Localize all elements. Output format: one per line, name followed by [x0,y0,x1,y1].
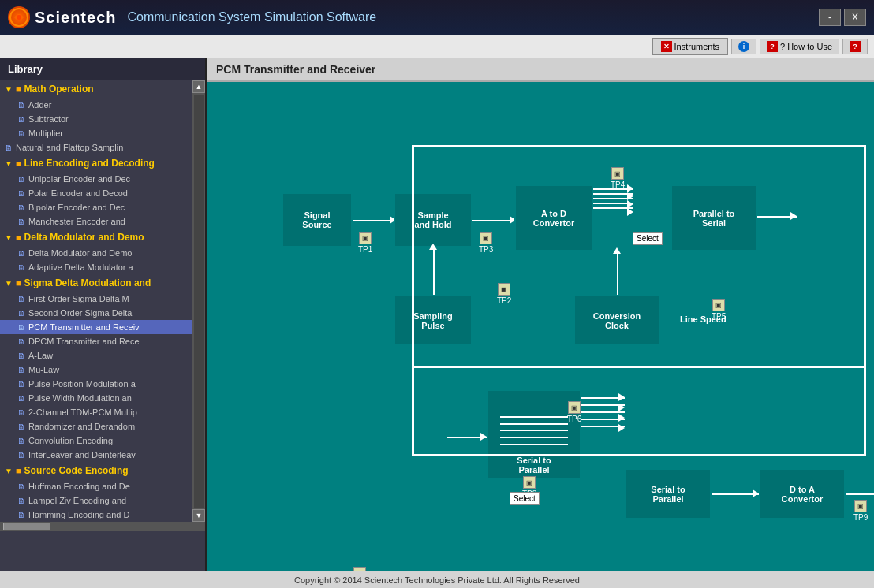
arrowhead-12 [618,424,625,432]
logo: Scientech Communication System Simulatio… [8,6,376,28]
sidebar-item-randomizer[interactable]: 🗎 Randomizer and Derandom [0,419,192,434]
sidebar-item-pcm[interactable]: 🗎 PCM Transmitter and Receiv [0,320,192,334]
sidebar-item-multiplier[interactable]: 🗎 Multiplier [0,126,192,140]
sidebar: Library ▲ ▼ ▼ ■ Math Operation 🗎 Adder [0,58,207,571]
sidebar-item-dpcm[interactable]: 🗎 DPCM Transmitter and Rece [0,334,192,348]
sidebar-item-alaw[interactable]: 🗎 A-Law [0,348,192,363]
select-bottom[interactable]: Select [510,492,540,505]
sidebar-item-mulaw[interactable]: 🗎 Mu-Law [0,363,192,377]
brand-name: Scientech [35,9,116,27]
folder-icon: ■ [16,278,21,288]
sidebar-item-natural-flattop[interactable]: 🗎 Natural and Flattop Samplin [0,140,192,154]
scrollbar-thumb[interactable] [3,523,50,530]
sidebar-item-ppm[interactable]: 🗎 Pulse Position Modulation a [0,377,192,391]
file-icon: 🗎 [17,408,25,417]
sidebar-item-delta-mod[interactable]: 🗎 Delta Modulator and Demo [0,246,192,260]
app-title: Communication System Simulation Software [127,10,376,24]
file-icon: 🗎 [17,366,25,374]
sidebar-item-manchester[interactable]: 🗎 Manchester Encoder and [0,214,192,229]
sidebar-item-hamming[interactable]: 🗎 Hamming Encoding and D [0,508,192,522]
file-icon: 🗎 [17,263,25,272]
category-source-code[interactable]: ▼ ■ Source Code Encoding [0,462,192,479]
sidebar-item-huffman[interactable]: 🗎 Huffman Encoding and De [0,479,192,493]
sidebar-horizontal-scrollbar[interactable] [0,522,205,531]
sidebar-item-first-order-sigma[interactable]: 🗎 First Order Sigma Delta M [0,292,192,306]
tp3-marker: ▣ TP3 [479,232,493,254]
parallel-serial-block[interactable]: Parallel to Serial [670,184,757,251]
sidebar-item-subtractor[interactable]: 🗎 Subtractor [0,112,192,126]
file-icon: 🗎 [17,203,25,212]
close-button[interactable]: X [844,9,866,26]
file-icon: 🗎 [17,352,25,360]
app-logo-icon [8,6,30,28]
sidebar-item-unipolar[interactable]: 🗎 Unipolar Encoder and Dec [0,172,192,186]
statusbar: Copyright © 2014 Scientech Technologies … [0,571,874,588]
arrowhead-13 [753,489,759,497]
file-icon: 🗎 [5,143,13,152]
minimize-button[interactable]: - [819,9,841,26]
sidebar-item-convolution[interactable]: 🗎 Convolution Encoding [0,434,192,448]
folder-icon: ■ [16,158,21,168]
help-button[interactable]: ? [842,39,868,54]
sidebar-scroll-up[interactable]: ▲ [192,80,205,93]
category-delta-modulator[interactable]: ▼ ■ Delta Modulator and Demo [0,229,192,246]
sidebar-item-adaptive-delta[interactable]: 🗎 Adaptive Delta Modulator a [0,260,192,274]
conversion-clock-top-block[interactable]: Conversion Clock [573,295,660,346]
sidebar-item-adder[interactable]: 🗎 Adder [0,98,192,112]
help-icon: ? [850,41,861,52]
sidebar-item-tdm[interactable]: 🗎 2-Channel TDM-PCM Multip [0,405,192,419]
folder-icon: ■ [16,466,21,475]
sidebar-scroll-down[interactable]: ▼ [192,509,205,522]
category-line-encoding[interactable]: ▼ ■ Line Encoding and Decoding [0,154,192,172]
sampling-pulse-block[interactable]: Sampling Pulse [394,295,472,346]
arrowhead-8 [480,433,487,441]
titlebar: Scientech Communication System Simulatio… [0,0,874,35]
category-sigma-delta[interactable]: ▼ ■ Sigma Delta Modulation and [0,274,192,292]
tp7-marker: ▣ TP7 [353,567,367,571]
tp4-marker: ▣ TP4 [611,167,625,189]
file-icon: 🗎 [17,497,25,505]
expand-icon: ▼ [5,159,13,168]
tp6-marker: ▣ TP6 [567,401,581,423]
instruments-icon: ✕ [661,41,672,52]
sidebar-item-second-order-sigma[interactable]: 🗎 Second Order Sigma Delta [0,306,192,320]
file-icon: 🗎 [17,394,25,403]
content-area: PCM Transmitter and Receiver Signal Sour… [207,58,874,571]
sidebar-header: Library [0,58,205,80]
file-icon: 🗎 [17,309,25,318]
wire-sp-up [433,247,435,295]
file-icon: 🗎 [17,115,25,124]
sidebar-item-bipolar[interactable]: 🗎 Bipolar Encoder and Dec [0,200,192,214]
sidebar-item-lampel-ziv[interactable]: 🗎 Lampel Ziv Encoding and [0,493,192,508]
file-icon: 🗎 [17,295,25,303]
dtoa-block[interactable]: Serial to Parallel [625,468,712,519]
tp9-marker: ▣ TP9 [853,500,868,522]
sample-hold-block[interactable]: Sample and Hold [394,192,472,247]
file-icon: 🗎 [17,482,25,491]
hold-circuit-block[interactable]: D to A Convertor [759,468,846,519]
info-button[interactable]: i [731,39,756,54]
svg-point-1 [17,15,21,20]
helpbar: ✕ Instruments i ? ? How to Use ? [0,35,874,58]
file-icon: 🗎 [17,175,25,184]
atod-block[interactable]: A to D Convertor [514,184,593,251]
multi-arrows-bottom [581,397,625,427]
wire-cc-up [617,251,618,295]
howto-button[interactable]: ? ? How to Use [760,39,839,54]
arrowhead-10 [618,404,625,411]
expand-icon: ▼ [5,85,13,94]
instruments-button[interactable]: ✕ Instruments [652,38,728,55]
category-math-operation[interactable]: ▼ ■ Math Operation [0,80,192,98]
file-icon: 🗎 [17,101,25,110]
sidebar-item-polar[interactable]: 🗎 Polar Encoder and Decod [0,186,192,200]
sidebar-item-interleaver[interactable]: 🗎 InterLeaver and Deinterleav [0,448,192,462]
select-top[interactable]: Select [633,232,663,245]
file-icon: 🗎 [17,337,25,346]
signal-source-block[interactable]: Signal Source [282,192,353,247]
sidebar-item-pwm[interactable]: 🗎 Pulse Width Modulation an [0,391,192,405]
content-title: PCM Transmitter and Receiver [207,58,874,82]
folder-icon: ■ [16,84,21,94]
arrowhead-sp [429,244,437,250]
main-layout: Library ▲ ▼ ▼ ■ Math Operation 🗎 Adder [0,58,874,571]
wire-dtoa-hold [712,493,759,495]
